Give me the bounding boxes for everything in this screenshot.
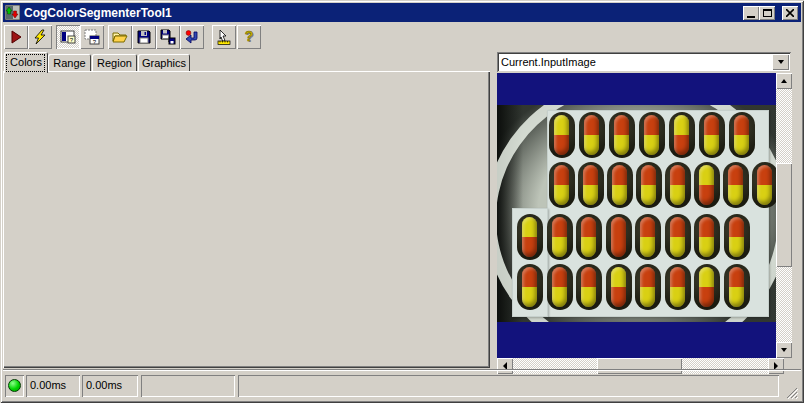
- capsule: [644, 115, 659, 155]
- capsule-well: [729, 112, 755, 158]
- colors-tab-page: [3, 71, 490, 368]
- input-image-photo: [497, 105, 776, 322]
- capsule-well: [635, 264, 661, 310]
- reset-icon[interactable]: [180, 25, 204, 49]
- image-selector-combobox[interactable]: Current.InputImage: [497, 52, 791, 72]
- capsule: [674, 115, 689, 155]
- run-continuous-icon[interactable]: [28, 25, 52, 49]
- maximize-icon[interactable]: [759, 6, 775, 20]
- close-icon[interactable]: [782, 6, 798, 20]
- capsule-well: [636, 162, 662, 208]
- capsule: [552, 217, 567, 257]
- resize-grip[interactable]: [786, 387, 798, 399]
- tool-icon: [5, 5, 20, 20]
- capsule-well: [694, 214, 720, 260]
- scroll-right-icon[interactable]: [768, 358, 784, 374]
- capsule: [522, 217, 537, 257]
- capsule: [734, 115, 749, 155]
- image-selector-value: Current.InputImage: [501, 56, 596, 68]
- capsule-well: [517, 214, 543, 260]
- horizontal-scroll-thumb[interactable]: [597, 358, 682, 374]
- capsule: [522, 267, 537, 307]
- capsule: [581, 217, 596, 257]
- capsule-well: [609, 112, 635, 158]
- capsule: [611, 217, 626, 257]
- capsule: [641, 165, 656, 205]
- capsule-well: [665, 264, 691, 310]
- timer-panel-2: 0.00ms: [82, 375, 138, 397]
- help-icon[interactable]: ? ?: [237, 25, 261, 49]
- capsule-well: [699, 112, 725, 158]
- capsule-well: [724, 214, 750, 260]
- float-window-icon[interactable]: ?: [80, 25, 104, 49]
- capsule-well: [694, 162, 720, 208]
- capsule: [757, 165, 772, 205]
- capsule: [611, 267, 626, 307]
- capsule: [581, 267, 596, 307]
- capsule-well: [665, 162, 691, 208]
- capsule-well: [639, 112, 665, 158]
- position-tool-icon[interactable]: [212, 25, 236, 49]
- status-panel-3: [141, 375, 235, 397]
- tab-colors[interactable]: Colors: [4, 52, 48, 73]
- cog-color-segmenter-window: CogColorSegmenterTool1 ? ?: [0, 0, 804, 403]
- capsule-well: [549, 162, 575, 208]
- capsule-well: [579, 112, 605, 158]
- capsule-well: [694, 264, 720, 310]
- chevron-down-icon[interactable]: [772, 54, 789, 70]
- capsule: [552, 267, 567, 307]
- capsule: [612, 165, 627, 205]
- capsule: [704, 115, 719, 155]
- title-bar[interactable]: CogColorSegmenterTool1: [3, 3, 801, 22]
- scroll-up-icon[interactable]: [776, 73, 792, 89]
- horizontal-scrollbar[interactable]: [497, 358, 784, 374]
- open-file-icon[interactable]: [108, 25, 132, 49]
- capsule-well: [606, 214, 632, 260]
- capsule: [728, 165, 743, 205]
- capsule-well: [752, 162, 776, 208]
- vertical-scrollbar[interactable]: [776, 73, 792, 358]
- capsule: [729, 267, 744, 307]
- capsule-well: [724, 264, 750, 310]
- capsule-well: [576, 264, 602, 310]
- save-icon[interactable]: [132, 25, 156, 49]
- statusbar-separator: [3, 369, 801, 371]
- capsule: [554, 115, 569, 155]
- capsule-well: [578, 162, 604, 208]
- capsule-well: [723, 162, 749, 208]
- capsule-well: [669, 112, 695, 158]
- tab-graphics[interactable]: Graphics: [138, 54, 190, 72]
- capsule: [699, 165, 714, 205]
- capsule-well: [607, 162, 633, 208]
- status-led-icon: [8, 379, 21, 392]
- show-result-panel-icon[interactable]: ?: [56, 25, 80, 49]
- capsule-well: [635, 214, 661, 260]
- capsule: [670, 267, 685, 307]
- capsule: [670, 165, 685, 205]
- capsule: [640, 217, 655, 257]
- image-display-area[interactable]: [497, 73, 776, 358]
- capsule-well: [576, 214, 602, 260]
- capsule: [729, 217, 744, 257]
- timer-panel-1: 0.00ms: [26, 375, 80, 397]
- status-panel-4: [238, 375, 779, 397]
- tab-region[interactable]: Region: [92, 54, 137, 72]
- capsule: [670, 217, 685, 257]
- run-icon[interactable]: [4, 25, 28, 49]
- capsule-well: [547, 264, 573, 310]
- save-as-icon[interactable]: [156, 25, 180, 49]
- capsule-well: [517, 264, 543, 310]
- capsule: [554, 165, 569, 205]
- minimize-icon[interactable]: [743, 6, 759, 20]
- capsule: [614, 115, 629, 155]
- tab-range[interactable]: Range: [48, 54, 91, 72]
- capsule: [699, 267, 714, 307]
- capsule: [640, 267, 655, 307]
- capsule: [584, 115, 599, 155]
- capsule: [699, 217, 714, 257]
- capsule-well: [547, 214, 573, 260]
- scroll-left-icon[interactable]: [497, 358, 513, 374]
- capsule-well: [549, 112, 575, 158]
- scroll-down-icon[interactable]: [776, 342, 792, 358]
- vertical-scroll-thumb[interactable]: [776, 163, 792, 267]
